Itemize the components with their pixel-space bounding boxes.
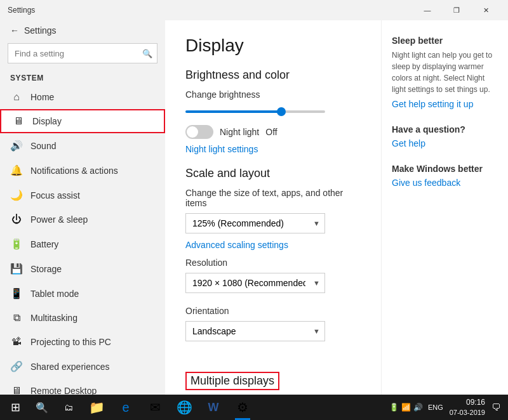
- tray-icon-2[interactable]: 📶: [401, 403, 411, 412]
- resolution-dropdown-wrapper: 1920 × 1080 (Recommended) 1600 × 900 128…: [185, 273, 325, 293]
- main-content: Display Brightness and color Change brig…: [165, 20, 381, 395]
- sidebar-item-label-battery: Battery: [30, 239, 58, 249]
- night-light-state: Off: [265, 127, 277, 137]
- sidebar-item-projecting[interactable]: 📽 Projecting to this PC: [0, 330, 165, 354]
- scale-dropdown-wrapper: 100% (Recommended) 125% (Recommended) 15…: [185, 213, 325, 233]
- brightness-slider[interactable]: [185, 110, 325, 113]
- panel-section-sleep: Sleep better Night light can help you ge…: [392, 36, 498, 109]
- projecting-icon: 📽: [10, 336, 23, 348]
- task-view-button[interactable]: 🗂: [56, 395, 81, 420]
- power-icon: ⏻: [10, 214, 23, 225]
- right-panel: Sleep better Night light can help you ge…: [381, 20, 508, 395]
- sidebar-item-power[interactable]: ⏻ Power & sleep: [0, 207, 165, 232]
- scale-layout-heading: Scale and layout: [185, 167, 361, 180]
- panel-title-question: Have a question?: [392, 124, 498, 135]
- panel-link-question[interactable]: Get help: [392, 138, 425, 148]
- sidebar-item-focus[interactable]: 🌙 Focus assist: [0, 183, 165, 207]
- orientation-dropdown[interactable]: Landscape Portrait Landscape (flipped) P…: [185, 321, 325, 341]
- brightness-color-heading: Brightness and color: [185, 69, 361, 82]
- sidebar-item-label-power: Power & sleep: [30, 214, 88, 225]
- search-icon: 🔍: [142, 49, 152, 58]
- taskbar-date-value: 07-03-2019: [450, 408, 485, 417]
- back-text: Settings: [24, 25, 57, 36]
- tablet-icon: 📱: [10, 287, 23, 299]
- sidebar-search-container: 🔍: [8, 43, 157, 63]
- maximize-button[interactable]: ❐: [442, 0, 471, 20]
- night-light-label: Night light: [220, 127, 259, 137]
- multitasking-icon: ⧉: [10, 312, 23, 324]
- sidebar-item-label-home: Home: [30, 92, 54, 102]
- scale-label: Change the size of text, apps, and other…: [185, 188, 361, 208]
- taskbar: ⊞ 🔍 🗂 📁 e ✉ 🌐 W ⚙ 🔋 📶 🔊 ENG 09:16 07-03-…: [0, 395, 508, 420]
- sidebar-item-shared[interactable]: 🔗 Shared experiences: [0, 354, 165, 379]
- minimize-button[interactable]: —: [413, 0, 442, 20]
- taskbar-app-edge[interactable]: e: [112, 395, 140, 420]
- sidebar-item-label-tablet: Tablet mode: [30, 289, 79, 299]
- sidebar-item-label-notifications: Notifications & actions: [30, 166, 118, 176]
- sound-icon: 🔊: [10, 140, 23, 152]
- taskbar-app-explorer[interactable]: 📁: [83, 395, 110, 420]
- sidebar: ← Settings 🔍 System ⌂ Home 🖥 Display 🔊 S…: [0, 20, 165, 395]
- night-light-settings-link[interactable]: Night light settings: [185, 144, 258, 154]
- app-body: ← Settings 🔍 System ⌂ Home 🖥 Display 🔊 S…: [0, 20, 508, 395]
- sidebar-section-label: System: [0, 69, 165, 85]
- sidebar-item-display[interactable]: 🖥 Display: [0, 109, 165, 133]
- orientation-dropdown-wrapper: Landscape Portrait Landscape (flipped) P…: [185, 321, 325, 341]
- titlebar: Settings — ❐ ✕: [0, 0, 508, 20]
- taskbar-clock[interactable]: 09:16 07-03-2019: [450, 398, 485, 417]
- sidebar-item-battery[interactable]: 🔋 Battery: [0, 232, 165, 256]
- sidebar-item-label-remote: Remote Desktop: [30, 386, 97, 395]
- home-icon: ⌂: [10, 91, 23, 103]
- tray-icon-3[interactable]: 🔊: [413, 403, 423, 412]
- sidebar-item-sound[interactable]: 🔊 Sound: [0, 133, 165, 158]
- change-brightness-label: Change brightness: [185, 89, 361, 100]
- remote-icon: 🖥: [10, 385, 23, 395]
- night-light-toggle[interactable]: [185, 125, 213, 139]
- display-icon: 🖥: [12, 115, 25, 127]
- page-title: Display: [185, 36, 361, 56]
- panel-link-feedback[interactable]: Give us feedback: [392, 178, 460, 188]
- sidebar-item-tablet[interactable]: 📱 Tablet mode: [0, 281, 165, 306]
- sidebar-item-notifications[interactable]: 🔔 Notifications & actions: [0, 158, 165, 183]
- sidebar-item-remote[interactable]: 🖥 Remote Desktop: [0, 379, 165, 395]
- scale-dropdown[interactable]: 100% (Recommended) 125% (Recommended) 15…: [185, 213, 325, 233]
- panel-section-feedback: Make Windows better Give us feedback: [392, 164, 498, 188]
- panel-text-sleep: Night light can help you get to sleep by…: [392, 49, 498, 95]
- sidebar-item-label-projecting: Projecting to this PC: [30, 337, 111, 347]
- sidebar-item-multitasking[interactable]: ⧉ Multitasking: [0, 306, 165, 330]
- sidebar-item-storage[interactable]: 💾 Storage: [0, 256, 165, 281]
- panel-title-sleep: Sleep better: [392, 36, 498, 46]
- titlebar-controls: — ❐ ✕: [413, 0, 500, 20]
- tray-lang[interactable]: ENG: [428, 404, 443, 411]
- taskbar-app-word[interactable]: W: [199, 395, 227, 420]
- taskbar-app-settings[interactable]: ⚙: [229, 395, 257, 420]
- taskbar-app-chrome[interactable]: 🌐: [170, 395, 198, 420]
- taskbar-tray: 🔋 📶 🔊 ENG 09:16 07-03-2019 🗨: [384, 398, 505, 417]
- sidebar-item-label-sound: Sound: [30, 141, 56, 151]
- tray-icon-1[interactable]: 🔋: [389, 403, 399, 412]
- taskbar-app-mail[interactable]: ✉: [141, 395, 169, 420]
- taskbar-time-value: 09:16: [450, 398, 485, 408]
- search-taskbar-button[interactable]: 🔍: [29, 395, 55, 420]
- advanced-scaling-link[interactable]: Advanced scaling settings: [185, 240, 361, 250]
- resolution-dropdown[interactable]: 1920 × 1080 (Recommended) 1600 × 900 128…: [185, 273, 325, 293]
- orientation-label: Orientation: [185, 306, 361, 316]
- search-input[interactable]: [8, 43, 157, 63]
- sidebar-item-label-display: Display: [32, 116, 62, 126]
- focus-icon: 🌙: [10, 189, 23, 201]
- panel-section-question: Have a question? Get help: [392, 124, 498, 148]
- storage-icon: 💾: [10, 263, 23, 275]
- panel-link-sleep[interactable]: Get help setting it up: [392, 99, 473, 109]
- back-button[interactable]: ← Settings: [0, 20, 165, 41]
- panel-title-feedback: Make Windows better: [392, 164, 498, 174]
- notification-area[interactable]: 🗨: [491, 402, 500, 412]
- back-icon: ←: [10, 25, 19, 36]
- sidebar-item-home[interactable]: ⌂ Home: [0, 85, 165, 109]
- shared-icon: 🔗: [10, 360, 23, 372]
- word-icon: W: [208, 401, 219, 414]
- night-light-row: Night light Off: [185, 125, 361, 139]
- close-button[interactable]: ✕: [471, 0, 500, 20]
- sidebar-item-label-storage: Storage: [30, 264, 62, 274]
- start-button[interactable]: ⊞: [3, 395, 28, 420]
- brightness-slider-container: [185, 105, 361, 115]
